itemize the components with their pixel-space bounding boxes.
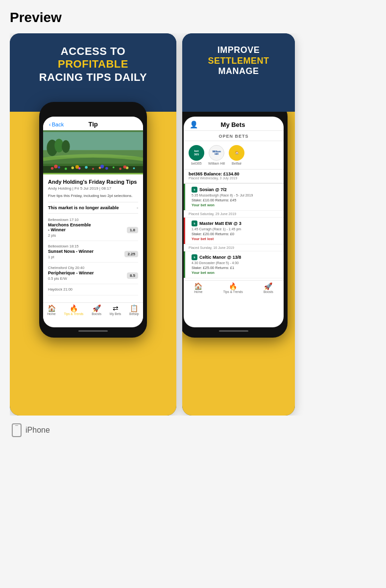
phone-screen-1: ‹ Back Tip (43, 117, 143, 327)
card-1-headline: ACCESS TO PROFITABLE RACING TIPS DAILY (39, 45, 147, 84)
phone-notch-bar-1 (43, 107, 143, 117)
bet-date-1: Placed Saturday, 29 June 2019 (184, 211, 284, 218)
betfair-badge: 🏠 (229, 145, 244, 161)
bet-stake-0: Stake: £10.00 Returns: £45 (192, 198, 279, 202)
card-2-mockup-wrapper: 👤 My Bets OPEN BETS bet365 bet365 Willi (182, 112, 295, 416)
tab2-home[interactable]: 🏠 Home (194, 283, 202, 294)
svg-point-18 (119, 168, 121, 170)
tab-boosts[interactable]: 🚀 Boosts (92, 305, 101, 316)
tab2-boosts[interactable]: 🚀 Boosts (264, 283, 273, 294)
bet-bookie-dot-0: b (192, 187, 197, 193)
race-pts-1: 1 pt (48, 255, 94, 259)
bet-result-2: Your bet won (192, 270, 279, 275)
svg-point-22 (75, 165, 79, 169)
tab-tips-label: Tips & Trends (64, 312, 84, 316)
tab-boosts-label: Boosts (92, 312, 101, 316)
bet-header-0: b Sosian @ 7/2 (192, 187, 279, 193)
race-details-2: Peripherique - Winner 0.5 pts E/W 8.5 (48, 270, 138, 281)
chevron-left-icon: ‹ (49, 122, 51, 127)
nav-title-1: Tip (64, 121, 122, 128)
bet-name-2: Celtic Manor @ 13/8 (199, 255, 241, 260)
back-button[interactable]: ‹ Back (49, 122, 64, 127)
boosts-icon-2: 🚀 (264, 283, 272, 290)
open-bets-label: OPEN BETS (184, 131, 284, 141)
page-title: Preview (10, 10, 376, 25)
svg-point-24 (123, 165, 126, 168)
iphone-label-section: iPhone (10, 423, 376, 437)
svg-point-21 (54, 165, 57, 168)
iphone-icon (12, 423, 22, 437)
bet-result-1: Your bet lost (192, 237, 279, 241)
mybets-screen: 👤 My Bets OPEN BETS bet365 bet365 Willi (184, 117, 284, 327)
bookmaker-betfair[interactable]: 🏠 Betfair (229, 145, 244, 165)
bet-item-1: b Master Matt EW @ 3 1.45 Curragh (Race … (184, 218, 284, 245)
balance-row: bet365 Balance: £134.80 Placed Wednesday… (184, 170, 284, 184)
boosts-icon: 🚀 (93, 305, 101, 312)
bookmaker-williamhill[interactable]: WilliamHill William Hill (208, 145, 225, 165)
tab-betslip[interactable]: 📋 Betslip (129, 305, 139, 316)
tip-content: Andy Holding's Friday Racing Tips Andy H… (43, 174, 143, 302)
card-1-header: ACCESS TO PROFITABLE RACING TIPS DAILY (10, 33, 176, 112)
svg-point-11 (71, 167, 74, 170)
home-icon: 🏠 (48, 305, 56, 312)
balance-text: bet365 Balance: £134.80 (189, 172, 279, 176)
race-details-1: Sunset Nova - Winner 1 pt 2.25 (48, 249, 138, 259)
bet-date-2: Placed Sunday, 16 June 2019 (184, 245, 284, 251)
fire-icon-2: 🔥 (229, 283, 237, 290)
home-indicator-1 (78, 330, 108, 332)
bottom-tabbar-2: 🏠 Home 🔥 Tips & Trends 🚀 Boosts (184, 280, 284, 296)
bet-stake-1: Stake: £20.00 Returns: £0 (192, 232, 279, 236)
tab-home-label: Home (47, 312, 55, 316)
svg-point-8 (51, 167, 54, 170)
market-unavail-dash: - (137, 205, 138, 210)
betfair-name: Betfair (232, 162, 241, 165)
williamhill-badge: WilliamHill (209, 145, 224, 161)
betslip-icon: 📋 (130, 305, 138, 312)
tip-title: Andy Holding's Friday Racing Tips (48, 178, 138, 185)
svg-point-17 (113, 167, 115, 169)
card-2-line2: MANAGE (218, 66, 259, 76)
previews-container: ACCESS TO PROFITABLE RACING TIPS DAILY ‹… (10, 33, 376, 416)
back-label: Back (52, 122, 64, 127)
bookmakers-row: bet365 bet365 WilliamHill William Hill 🏠… (184, 141, 284, 170)
mybets-icon: ⇄ (113, 305, 119, 312)
bookmaker-bet365[interactable]: bet365 bet365 (189, 145, 204, 165)
bet-header-2: b Celtic Manor @ 13/8 (192, 254, 279, 260)
tip-desc: Five tips this Friday, including two 2pt… (48, 194, 138, 198)
svg-point-6 (62, 140, 70, 153)
fire-icon: 🔥 (70, 305, 78, 312)
card-2-header: IMPROVE SETTLEMENT MANAGE (182, 33, 295, 112)
tab-home[interactable]: 🏠 Home (47, 305, 55, 316)
bet-bookie-dot-2: b (192, 254, 197, 260)
race-row-3: Haydock 21:00 (48, 287, 138, 295)
profile-icon: 👤 (190, 121, 198, 128)
bet-result-bar-0 (184, 184, 185, 210)
market-unavail-row: This market is no longer available - (48, 202, 138, 214)
bottom-tabbar-1: 🏠 Home 🔥 Tips & Trends 🚀 Boosts ⇄ (43, 302, 143, 318)
race-pts-2: 0.5 pts E/W (48, 276, 94, 281)
race-row-0: Bellewstown 17:10 Marchons Ensemble- Win… (48, 218, 138, 241)
bet-item-2: b Celtic Manor @ 13/8 4.30 Doncaster (Ra… (184, 251, 284, 278)
race-venue-3: Haydock 21:00 (48, 287, 138, 292)
market-unavail-text: This market is no longer available (48, 205, 119, 210)
card-2-headline: IMPROVE SETTLEMENT MANAGE (208, 45, 269, 77)
balance-date: Placed Wednesday, 3 July 2019 (189, 176, 279, 180)
svg-point-14 (92, 168, 94, 170)
tab-betslip-label: Betslip (129, 312, 139, 316)
race-horse-0: Marchons Ensemble- Winner (48, 222, 91, 232)
race-image (43, 130, 143, 174)
bet-result-0: Your bet won (192, 203, 279, 207)
tab2-tips[interactable]: 🔥 Tips & Trends (223, 283, 243, 294)
svg-point-16 (105, 167, 108, 170)
bet-name-0: Sosian @ 7/2 (199, 187, 227, 192)
bet-item-0: b Sosian @ 7/2 5.35 Musselburgh (Race 8)… (184, 184, 284, 211)
tab2-tips-label: Tips & Trends (223, 290, 243, 294)
tab-tips-trends[interactable]: 🔥 Tips & Trends (64, 305, 84, 316)
race-details-0: Marchons Ensemble- Winner 2 pts 1.8 (48, 222, 138, 238)
svg-point-9 (58, 166, 60, 169)
tab-my-bets[interactable]: ⇄ My Bets (110, 305, 121, 316)
iphone-label: iPhone (25, 426, 50, 435)
race-row-1: Bellewstown 18:15 Sunset Nova - Winner 1… (48, 244, 138, 263)
card-1-line1: ACCESS TO (61, 45, 125, 57)
race-pts-0: 2 pts (48, 233, 91, 238)
